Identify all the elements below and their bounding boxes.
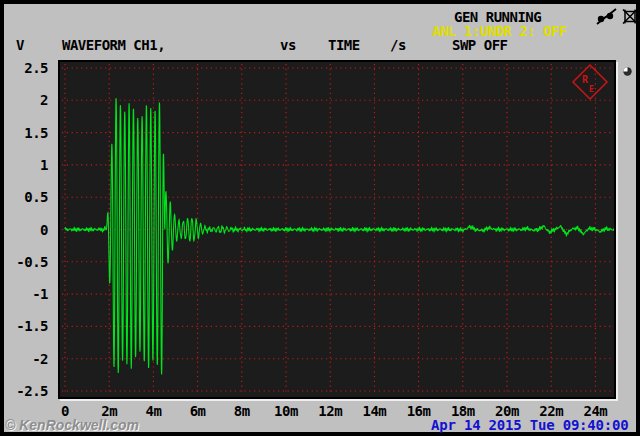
y-tick-label: 0.5: [2, 190, 48, 204]
x-tick-label: 6m: [190, 404, 206, 418]
logo-letter: R: [582, 74, 589, 85]
x-tick-label: 24m: [583, 404, 607, 418]
y-tick-label: -2: [2, 352, 48, 366]
x-tick-label: 18m: [451, 404, 475, 418]
waveform-trace: [65, 98, 614, 374]
x-tick-label: 4m: [145, 404, 161, 418]
y-tick-label: 1.5: [2, 126, 48, 140]
instrument-screen: GEN RUNNING ANL 1:UNDR 2: OFF SWP OFF V …: [0, 0, 640, 436]
glasses-crossed-icon: [596, 7, 618, 26]
logo-letter: E: [589, 85, 594, 94]
analyzer-status: ANL 1:UNDR 2: OFF: [432, 24, 567, 38]
y-tick-label: 2.5: [2, 61, 48, 75]
plot-area: RE: [58, 60, 616, 399]
y-tick-label: 0: [2, 223, 48, 237]
x-tick-label: 14m: [362, 404, 386, 418]
top-right-icons: [596, 7, 639, 26]
x-tick-label: 12m: [318, 404, 342, 418]
y-tick-label: 2: [2, 93, 48, 107]
x-axis-label: TIME: [328, 38, 360, 52]
vs-label: vs: [280, 38, 296, 52]
x-tick-label: 20m: [495, 404, 519, 418]
y-tick-label: -1.5: [2, 319, 48, 333]
sweep-status: SWP OFF: [452, 38, 508, 52]
y-tick-label: 1: [2, 158, 48, 172]
watermark: © KenRockwell.com: [5, 417, 139, 433]
x-tick-label: 8m: [234, 404, 250, 418]
y-tick-label: -1: [2, 287, 48, 301]
waveform-chart: RE: [60, 62, 614, 397]
y-tick-label: -0.5: [2, 255, 48, 269]
y-axis-unit: V: [16, 38, 24, 52]
trace-title: WAVEFORM CH1,: [62, 38, 165, 52]
x-tick-label: 22m: [539, 404, 563, 418]
x-tick-label: 2m: [101, 404, 117, 418]
box-crossed-icon: [621, 7, 639, 26]
x-tick-label: 10m: [274, 404, 298, 418]
datetime-display: Apr 14 2015 Tue 09:40:00: [431, 417, 629, 433]
generator-status: GEN RUNNING: [454, 10, 541, 24]
x-tick-label: 16m: [407, 404, 431, 418]
x-tick-label: 0: [61, 404, 69, 418]
x-axis-unit: /s: [390, 38, 406, 52]
y-tick-label: -2.5: [2, 384, 48, 398]
ball-icon: [622, 66, 633, 77]
